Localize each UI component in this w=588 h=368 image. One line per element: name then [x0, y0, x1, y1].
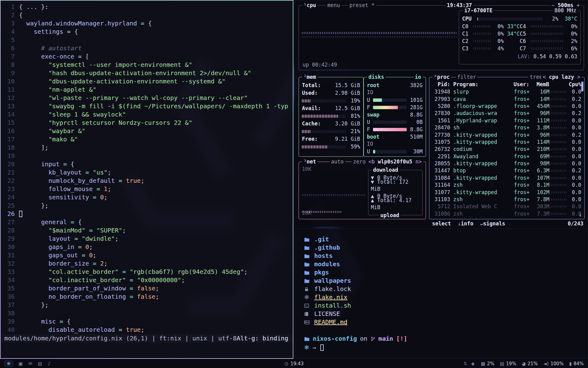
process-row[interactable]: 31086zshfros+7.3M0.0 [432, 210, 581, 217]
header-user[interactable]: User: [514, 81, 533, 88]
process-row[interactable]: 31948slurpfros+16M0.0 [432, 88, 581, 95]
network-tray-icon[interactable]: ⇅ [463, 361, 467, 366]
battery-module[interactable]: ▮84% [569, 361, 584, 366]
memory-module[interactable]: ▤19% [500, 361, 516, 366]
disks-io-toggle[interactable]: io [413, 74, 423, 80]
code-line[interactable]: 12 "wl-paste --primary --watch wl-copy -… [1, 94, 293, 102]
cpu-box-title[interactable]: ¹cpu [302, 2, 318, 9]
process-row[interactable]: 28470shfros+3.8M0.0 [432, 124, 581, 131]
info-button[interactable]: ↓info [458, 220, 473, 227]
btop-window[interactable]: ¹cpu menu preset * 19:43:37 − 500ms + up… [295, 0, 588, 227]
process-row[interactable]: 31077.kitty-wrappedfros+102M0.0 [432, 189, 581, 196]
process-row[interactable]: 27903cavafros+14M0.2 [432, 95, 581, 102]
code-line[interactable]: 6 # autostart [1, 44, 293, 52]
code-line[interactable]: 22 numlock_by_default = true; [1, 177, 293, 185]
process-row[interactable]: 1561.Hyprland-wrapfros+111M0.0 [432, 117, 581, 124]
code-line[interactable]: 34 "col.inactive_border" = "0x00000000"; [1, 276, 293, 284]
code-line[interactable]: 13 "swaybg -m fill -i $(find ~/Pictures/… [1, 102, 293, 110]
net-device-selector[interactable]: <b wlp0s20f0u5 n> [367, 158, 423, 165]
code-line[interactable]: 40 disable_autoreload = true; [1, 326, 293, 334]
code-line[interactable]: 3 wayland.windowManager.hyprland = { [1, 19, 293, 28]
taskbar-app-window[interactable]: ▣ [19, 361, 23, 366]
net-auto-button[interactable]: auto [330, 158, 345, 165]
code-line[interactable]: 29 layout = "dwindle"; [1, 235, 293, 243]
code-line[interactable]: 14 "sleep 1 && swaylock" [1, 110, 293, 119]
proc-filter-button[interactable]: filter [456, 74, 477, 80]
disks-box-title[interactable]: disks [367, 74, 386, 80]
cpu-module[interactable]: ▦2% [481, 361, 494, 366]
header-cpu[interactable]: Cpu% [569, 81, 581, 88]
net-device-next-button[interactable]: n> [416, 159, 422, 165]
code-line[interactable]: 39 misc = { [1, 317, 293, 326]
code-line[interactable]: 5 [1, 36, 293, 44]
terminal-window[interactable]: .git.githubhostsmodulespkgswallpapersfla… [295, 228, 588, 359]
code-line[interactable]: 37 }; [1, 301, 293, 309]
process-row[interactable]: 27730.kitty-wrappedfros+96M0.2 [432, 131, 581, 138]
proc-sort-next-button[interactable]: > [577, 74, 580, 80]
code-line[interactable]: 9 "hash dbus-update-activation-environme… [1, 69, 293, 77]
code-line[interactable]: 28 "$mainMod" = "SUPER"; [1, 226, 293, 235]
code-line[interactable]: 7 exec-once = [ [1, 52, 293, 61]
code-line[interactable]: 1{ ... }: [1, 3, 293, 11]
network-box-title[interactable]: ³net [302, 158, 318, 165]
code-line[interactable]: 21 kb_layout = "us"; [1, 168, 293, 177]
code-line[interactable]: 30 gaps_in = 0; [1, 243, 293, 251]
code-line[interactable]: 26 [1, 210, 293, 218]
code-line[interactable]: 20 input = { [1, 160, 293, 168]
code-line[interactable]: 8 "systemctl --user import-environment &… [1, 61, 293, 69]
process-row[interactable]: 31075.kitty-wrappedfros+114M0.0 [432, 139, 581, 146]
workspace-nix[interactable]: ❄ [4, 361, 13, 367]
taskbar-app-music[interactable]: ♪ [48, 361, 51, 366]
code-line[interactable]: 27 general = { [1, 218, 293, 226]
code-line[interactable]: 19 [1, 152, 293, 160]
code-line[interactable]: 23 follow_mouse = 1; [1, 185, 293, 193]
process-row[interactable]: 28055.kitty-wrappedfros+98M0.0 [432, 160, 581, 167]
net-device-prev-button[interactable]: <b [368, 159, 375, 165]
code-line[interactable]: 11 "nm-applet &" [1, 86, 293, 94]
process-box-title[interactable]: ⁴proc [432, 74, 451, 80]
process-row[interactable]: 5712Isolated Web Cfros+303M0.0 [432, 203, 581, 210]
code-line[interactable]: 25 }; [1, 201, 293, 210]
code-line[interactable]: 2{ [1, 11, 293, 19]
code-line[interactable]: 10 "dbus-update-activation-environment -… [1, 77, 293, 86]
process-row[interactable]: 31164zshfros+8.1M0.0 [432, 182, 581, 189]
process-row[interactable]: 26732codiumfros+210M0.0 [432, 146, 581, 153]
taskbar-app-mail[interactable]: ✉ [28, 361, 32, 366]
editor-window[interactable]: 1{ ... }:2{3 wayland.windowManager.hyprl… [0, 0, 293, 359]
menu-button[interactable]: menu [326, 2, 341, 9]
header-program[interactable]: Program: [450, 81, 514, 88]
clock-module[interactable]: ◷ 19:43 [284, 361, 303, 366]
code-line[interactable]: 16 "waybar &" [1, 127, 293, 135]
proc-sort-prev-button[interactable]: < [543, 74, 546, 80]
volume-module[interactable]: ◄)100% [543, 361, 564, 366]
tray-icon[interactable]: ◆ [471, 361, 475, 366]
process-row[interactable]: 27830.audacious-wrafros+96M0.2 [432, 110, 581, 117]
scroll-down-icon[interactable]: ↓ [579, 211, 582, 218]
code-line[interactable]: 17 "mako &" [1, 135, 293, 144]
code-line[interactable]: 4 settings = { [1, 28, 293, 36]
taskbar-app-files[interactable]: ▤ [38, 361, 42, 366]
header-mem[interactable]: MemB [533, 81, 549, 88]
code-line[interactable]: 24 sensitivity = 0; [1, 193, 293, 201]
header-pid[interactable]: Pid: [432, 81, 450, 88]
code-line[interactable]: 15 "hyprctl setcursor Nordzy-cursors 22 … [1, 119, 293, 127]
process-row[interactable]: 2291Xwaylandfros+69M0.0 [432, 153, 581, 160]
code-line[interactable]: 38 [1, 309, 293, 317]
proc-sort-selector[interactable]: < cpu lazy > [541, 74, 582, 80]
preset-button[interactable]: preset * [348, 2, 376, 9]
net-zero-button[interactable]: zero [352, 158, 367, 165]
disk-module[interactable]: ◕21% [522, 361, 538, 366]
code-line[interactable]: 31 gaps_out = 0; [1, 251, 293, 259]
memory-box-title[interactable]: ²mem [302, 74, 318, 80]
shell-prompt-input-line[interactable]: ❄ → [304, 343, 579, 352]
process-row[interactable]: 31447btopfros+6.3M0.2 [432, 167, 581, 174]
process-scrollbar-thumb[interactable] [581, 82, 583, 91]
code-line[interactable]: 33 "col.active_border" = "rgb(cba6f7) rg… [1, 268, 293, 276]
code-line[interactable]: 18 ]; [1, 144, 293, 152]
code-line[interactable]: 35 border_part_of_window = false; [1, 284, 293, 293]
process-row[interactable]: 5280.floorp-wrappefros+454M0.0 [432, 103, 581, 110]
signals-button[interactable]: ↵signals [480, 220, 505, 227]
code-line[interactable]: 32 border_size = 2; [1, 259, 293, 268]
select-button[interactable]: select [432, 220, 451, 227]
process-row[interactable]: 31103zshfros+7.8M0.0 [432, 196, 581, 203]
